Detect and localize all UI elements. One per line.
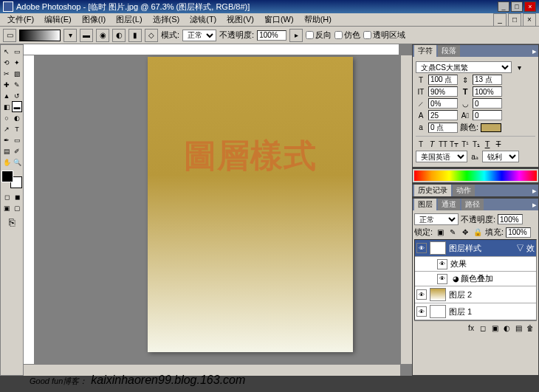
visibility-toggle[interactable]: 👁	[416, 289, 427, 300]
fx-indicator[interactable]: ▽ 效	[516, 243, 535, 254]
vscale-input[interactable]	[428, 86, 458, 97]
menu-edit[interactable]: 编辑(E)	[40, 13, 76, 26]
menu-file[interactable]: 文件(F)	[3, 13, 38, 26]
crop-tool[interactable]: ✂	[1, 68, 12, 79]
menu-filter[interactable]: 滤镜(T)	[185, 13, 221, 26]
tab-actions[interactable]: 动作	[453, 185, 475, 196]
dither-checkbox[interactable]: 仿色	[334, 30, 360, 41]
visibility-toggle[interactable]: 👁	[416, 243, 427, 253]
close-button[interactable]: ×	[524, 1, 536, 12]
menu-view[interactable]: 视图(V)	[222, 13, 258, 26]
layer-fx-item[interactable]: 👁 效果	[415, 257, 536, 272]
font-style-dropdown[interactable]: ▾	[514, 62, 524, 72]
font-family-select[interactable]: 文鼎CS大黑繁	[416, 61, 512, 73]
lock-move-button[interactable]: ✥	[460, 227, 470, 238]
visibility-toggle[interactable]: 👁	[437, 274, 447, 284]
hscale-input[interactable]	[473, 86, 502, 97]
minimize-button[interactable]: _	[498, 1, 509, 12]
tab-paragraph[interactable]: 段落	[438, 45, 460, 57]
zoom-tool[interactable]: 🔍	[12, 157, 22, 168]
layer-item[interactable]: 👁 图层 1	[415, 303, 536, 320]
tab-paths[interactable]: 路径	[461, 199, 484, 210]
tab-layers[interactable]: 图层	[414, 199, 436, 210]
new-layer-button[interactable]: ▤	[513, 323, 523, 333]
font-size-input[interactable]	[428, 75, 458, 85]
dodge-tool[interactable]: ◐	[12, 112, 22, 123]
transparent-checkbox[interactable]: 透明区域	[363, 30, 405, 41]
baseline-input[interactable]	[428, 110, 458, 120]
pen-tool[interactable]: ✒	[1, 134, 12, 145]
lock-all-button[interactable]: 🔒	[473, 227, 483, 238]
blur-tool[interactable]: ○	[1, 112, 12, 123]
radial-gradient-button[interactable]: ◉	[96, 29, 109, 42]
quickmask-on[interactable]: ◼	[12, 191, 22, 202]
wand-tool[interactable]: ✦	[12, 57, 22, 68]
maximize-button[interactable]: □	[511, 1, 523, 12]
fill-input[interactable]	[506, 227, 531, 238]
document-canvas[interactable]: 圖層樣式	[148, 57, 353, 352]
history-brush-tool[interactable]: ↺	[12, 90, 22, 101]
blend-mode-select[interactable]: 正常	[182, 30, 216, 41]
italic-button[interactable]: T	[427, 139, 437, 149]
menu-image[interactable]: 图像(I)	[78, 13, 110, 26]
layer-style-button[interactable]: fx	[466, 323, 476, 333]
menu-help[interactable]: 帮助(H)	[300, 13, 336, 26]
brush-tool[interactable]: ✎	[12, 79, 22, 90]
menu-layer[interactable]: 图层(L)	[111, 13, 146, 26]
menu-select[interactable]: 选择(S)	[148, 13, 185, 26]
layer-mask-button[interactable]: ◻	[478, 323, 488, 333]
text-color-swatch[interactable]	[481, 123, 501, 132]
layer-item[interactable]: 👁 T 图层样式 ▽ 效	[415, 240, 536, 257]
visibility-toggle[interactable]: 👁	[416, 306, 427, 317]
screen-std[interactable]: ▣	[1, 202, 12, 213]
tracking-input[interactable]	[428, 98, 458, 109]
reflected-gradient-button[interactable]: ▮	[128, 29, 142, 42]
delete-layer-button[interactable]: 🗑	[525, 323, 535, 333]
panel-menu-button[interactable]: ▸	[532, 186, 537, 196]
marquee-tool[interactable]: ▭	[12, 46, 22, 57]
slice-tool[interactable]: ▨	[12, 68, 22, 79]
vertical-scrollbar[interactable]	[400, 55, 412, 364]
tab-character[interactable]: 字符	[414, 45, 436, 57]
lock-paint-button[interactable]: ✎	[447, 227, 458, 238]
screen-full[interactable]: ▢	[12, 202, 22, 213]
doc-restore-button[interactable]: □	[508, 13, 521, 27]
angle-gradient-button[interactable]: ◐	[112, 29, 126, 42]
adjustment-button[interactable]: ◐	[501, 323, 512, 333]
visibility-toggle[interactable]: 👁	[437, 259, 447, 269]
tab-history[interactable]: 历史记录	[414, 185, 451, 196]
diamond-gradient-button[interactable]: ◇	[145, 29, 158, 42]
doc-minimize-button[interactable]: _	[493, 13, 507, 27]
menu-window[interactable]: 窗口(W)	[260, 13, 298, 26]
color-swatches[interactable]	[1, 171, 22, 188]
gradient-picker-button[interactable]: ▾	[63, 29, 77, 42]
text-tool[interactable]: T	[12, 123, 22, 134]
lock-trans-button[interactable]: ▣	[435, 227, 445, 238]
path-tool[interactable]: ↗	[1, 123, 12, 134]
antialias-select[interactable]: 锐利	[482, 151, 519, 162]
doc-close-button[interactable]: ×	[523, 13, 536, 27]
opacity-input[interactable]	[257, 30, 286, 41]
strike-button[interactable]: T	[493, 139, 504, 149]
hand-tool[interactable]: ✋	[1, 157, 12, 168]
ay-input[interactable]	[473, 110, 502, 120]
linear-gradient-button[interactable]: ▬	[80, 29, 93, 42]
stamp-tool[interactable]: ▲	[1, 90, 12, 101]
layer-blend-select[interactable]: 正常	[414, 213, 459, 225]
layer-item[interactable]: 👁 图层 2	[415, 286, 536, 303]
layer-opacity-input[interactable]	[498, 214, 523, 224]
reverse-checkbox[interactable]: 反向	[306, 30, 332, 41]
quickmask-off[interactable]: ◻	[1, 191, 12, 202]
subscript-button[interactable]: T₁	[471, 139, 481, 149]
layer-fx-item[interactable]: 👁 ◕ 颜色叠加	[415, 272, 536, 286]
foreground-color[interactable]	[1, 171, 13, 182]
eyedropper-tool[interactable]: ✐	[12, 145, 22, 157]
notes-tool[interactable]: ▤	[1, 145, 12, 157]
language-select[interactable]: 美国英语	[416, 151, 467, 162]
panel-menu-button[interactable]: ▸	[532, 200, 537, 210]
new-group-button[interactable]: ▣	[490, 323, 500, 333]
leading-input[interactable]	[473, 75, 502, 85]
panel-menu-button[interactable]: ▸	[532, 47, 537, 56]
heal-tool[interactable]: ✚	[1, 79, 12, 90]
lasso-tool[interactable]: ⟲	[1, 57, 12, 68]
